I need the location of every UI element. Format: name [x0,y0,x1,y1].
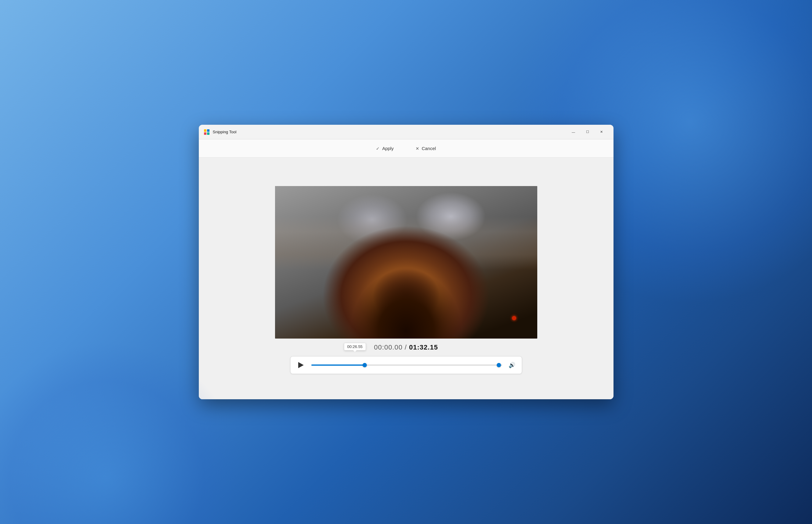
apply-button[interactable]: ✓ Apply [370,143,400,153]
app-title: Snipping Tool [213,130,566,134]
svg-rect-0 [204,129,206,132]
window-controls: — ☐ ✕ [566,127,609,137]
app-icon [204,129,210,135]
tooltip-time: 00:26.55 [347,344,363,349]
video-frame [275,186,537,339]
check-icon: ✓ [376,146,380,151]
cancel-button[interactable]: ✕ Cancel [410,143,442,153]
scrubber-track[interactable] [311,364,502,366]
scrubber-handle[interactable] [363,363,367,367]
total-time: 01:32.15 [409,343,438,351]
scrubber-tooltip: 00:26.55 [344,343,366,350]
scrubber-progress [311,364,365,366]
red-indicator [512,316,516,320]
video-thumbnail [275,186,537,339]
toolbar: ✓ Apply ✕ Cancel [199,140,613,158]
video-controls-area: 00:26.55 🔊 [290,356,522,374]
svg-rect-1 [207,129,210,132]
controls-row: 🔊 [290,356,522,374]
volume-icon: 🔊 [509,362,515,369]
app-window: Snipping Tool — ☐ ✕ ✓ Apply ✕ Cancel 00:… [199,125,613,399]
x-icon: ✕ [416,146,419,151]
title-bar: Snipping Tool — ☐ ✕ [199,125,613,140]
time-display: 00:00.00 / 01:32.15 [374,343,438,351]
play-icon [298,362,304,368]
minimize-button[interactable]: — [566,127,581,137]
svg-rect-2 [204,132,206,135]
close-button[interactable]: ✕ [595,127,609,137]
svg-rect-3 [207,132,210,135]
time-separator: / [404,343,409,351]
maximize-button[interactable]: ☐ [581,127,595,137]
volume-button[interactable]: 🔊 [507,360,517,370]
apply-label: Apply [382,146,394,151]
content-area: 00:00.00 / 01:32.15 00:26.55 [199,158,613,399]
current-time: 00:00.00 [374,343,403,351]
scrubber-right-handle[interactable] [497,363,501,367]
play-button[interactable] [296,360,306,371]
cancel-label: Cancel [422,146,436,151]
